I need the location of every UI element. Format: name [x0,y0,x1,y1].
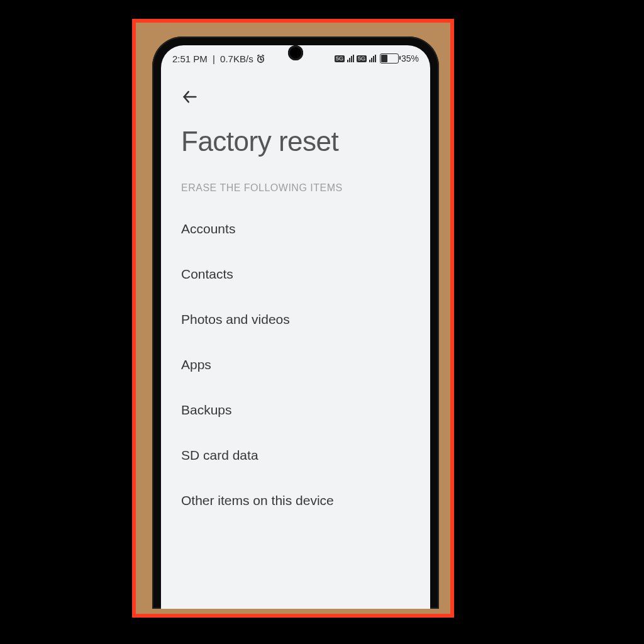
list-item-label: Photos and videos [181,312,290,326]
list-item: SD card data [181,433,410,478]
sim2-type-badge: 5G [357,55,367,62]
phone-screen: 2:51 PM | 0.7KB/s 5G 5G [161,45,430,609]
battery-icon [380,53,399,64]
list-item-label: Apps [181,357,211,372]
settings-content: Factory reset ERASE THE FOLLOWING ITEMS … [161,75,430,609]
list-item: Contacts [181,252,410,297]
status-time: 2:51 PM [172,53,208,64]
front-camera-hole [288,45,303,60]
list-item-label: Other items on this device [181,493,334,508]
list-item-label: Backups [181,402,232,417]
list-item: Apps [181,342,410,387]
back-button[interactable] [181,86,204,108]
list-item: Photos and videos [181,297,410,342]
battery-percent: 35% [401,53,419,64]
list-item: Other items on this device [181,478,410,523]
photo-frame: 2:51 PM | 0.7KB/s 5G 5G [132,19,454,618]
phone-body: 2:51 PM | 0.7KB/s 5G 5G [152,36,439,609]
alarm-icon [256,54,265,64]
status-separator: | [210,53,218,64]
sim1-signal-icon [347,55,354,62]
list-item-label: Accounts [181,221,235,236]
section-label: ERASE THE FOLLOWING ITEMS [181,182,410,194]
arrow-left-icon [181,88,199,106]
list-item-label: SD card data [181,448,258,462]
list-item-label: Contacts [181,267,233,281]
erase-items-list: Accounts Contacts Photos and videos Apps… [181,206,410,523]
status-bar-left: 2:51 PM | 0.7KB/s [172,53,265,64]
sim2-signal-icon [369,55,376,62]
status-network-speed: 0.7KB/s [220,53,253,64]
list-item: Accounts [181,206,410,252]
svg-line-3 [257,55,258,55]
svg-line-2 [260,59,262,60]
list-item: Backups [181,387,410,433]
svg-line-4 [262,55,264,55]
sim1-type-badge: 5G [335,55,345,62]
status-bar-right: 5G 5G 35% [335,53,419,64]
page-title: Factory reset [181,126,410,157]
